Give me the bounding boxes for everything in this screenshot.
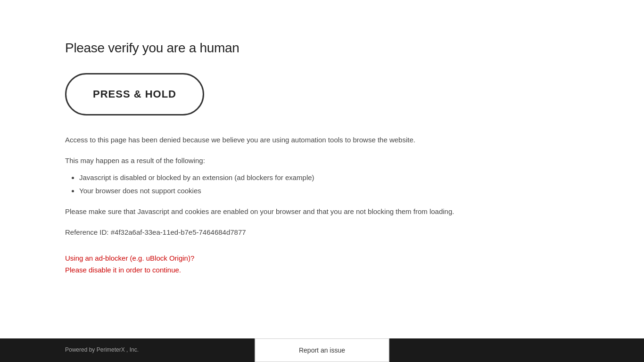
may-happen-text: This may happen as a result of the follo… (65, 155, 471, 166)
reference-id: Reference ID: #4f32a6af-33ea-11ed-b7e5-7… (65, 227, 471, 238)
ad-blocker-line1: Using an ad-blocker (e.g. uBlock Origin)… (65, 252, 471, 264)
ensure-text: Please make sure that Javascript and coo… (65, 206, 471, 217)
ad-blocker-section: Using an ad-blocker (e.g. uBlock Origin)… (65, 252, 471, 276)
press-hold-label: PRESS & HOLD (93, 86, 176, 102)
report-button-container: Report an issue (255, 338, 389, 362)
description-text: Access to this page has been denied beca… (65, 134, 442, 146)
main-content: Please verify you are a human PRESS & HO… (0, 0, 471, 338)
bullet-list: Javascript is disabled or blocked by an … (65, 172, 471, 197)
footer: Powered by PerimeterX , Inc. Report an i… (0, 338, 644, 362)
press-hold-button[interactable]: PRESS & HOLD (65, 73, 204, 115)
page-title: Please verify you are a human (65, 38, 471, 59)
ad-blocker-line2: Please disable it in order to continue. (65, 264, 471, 276)
powered-by-text: Powered by PerimeterX , Inc. (65, 346, 139, 354)
report-issue-button[interactable]: Report an issue (255, 338, 389, 362)
list-item: Your browser does not support cookies (79, 185, 471, 197)
list-item: Javascript is disabled or blocked by an … (79, 172, 471, 183)
